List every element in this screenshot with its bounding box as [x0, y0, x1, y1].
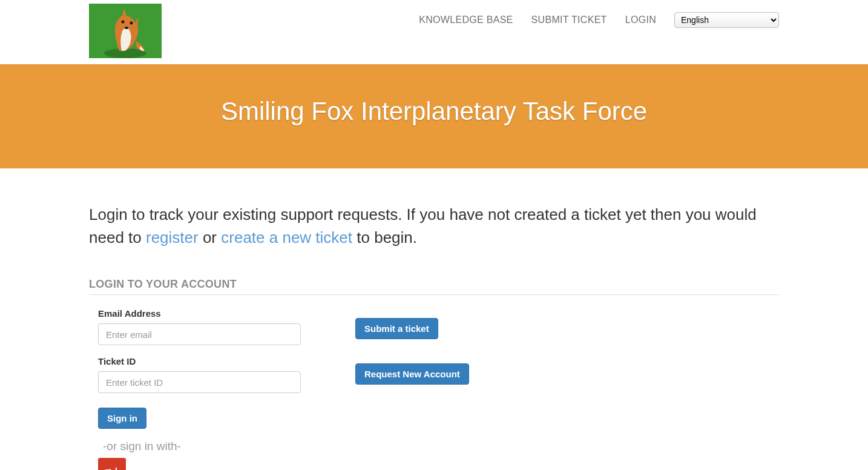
create-ticket-link[interactable]: create a new ticket [221, 228, 352, 247]
google-plus-icon: g+ [103, 463, 121, 470]
page-title: Smiling Fox Interplanetary Task Force [0, 97, 868, 126]
svg-point-2 [122, 21, 125, 24]
svg-point-3 [130, 22, 133, 25]
submit-ticket-button[interactable]: Submit a ticket [355, 318, 438, 339]
language-select[interactable]: English [674, 12, 779, 28]
request-account-button[interactable]: Request New Account [355, 363, 469, 385]
logo-link[interactable] [89, 4, 162, 58]
ticket-id-label: Ticket ID [98, 356, 301, 366]
email-label: Email Address [98, 308, 301, 319]
nav-login[interactable]: LOGIN [625, 15, 656, 25]
signin-button[interactable]: Sign in [98, 408, 146, 429]
nav-knowledge-base[interactable]: KNOWLEDGE BASE [419, 15, 513, 25]
email-field[interactable] [98, 323, 301, 345]
hero-banner: Smiling Fox Interplanetary Task Force [0, 64, 868, 168]
register-link[interactable]: register [146, 228, 199, 247]
logo-image [89, 4, 162, 58]
login-heading: LOGIN TO YOUR ACCOUNT [89, 278, 779, 295]
nav-submit-ticket[interactable]: SUBMIT TICKET [531, 15, 607, 25]
or-sign-in-with: -or sign in with- [103, 440, 301, 453]
ticket-id-field[interactable] [98, 371, 301, 393]
google-plus-signin-button[interactable]: g+ [98, 458, 126, 470]
intro-part2: or [199, 228, 222, 247]
intro-part3: to begin. [352, 228, 417, 247]
intro-text: Login to track your existing support req… [89, 204, 779, 249]
top-nav: KNOWLEDGE BASE SUBMIT TICKET LOGIN Engli… [89, 0, 779, 64]
svg-point-4 [125, 27, 128, 29]
